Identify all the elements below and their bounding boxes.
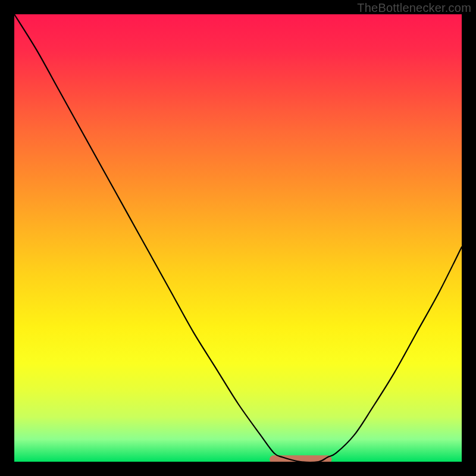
plot-area	[14, 14, 462, 462]
bottleneck-curve-line	[14, 14, 462, 462]
chart-svg	[14, 14, 462, 462]
watermark-text: TheBottlenecker.com	[357, 1, 471, 15]
chart-container: TheBottlenecker.com	[0, 0, 476, 476]
